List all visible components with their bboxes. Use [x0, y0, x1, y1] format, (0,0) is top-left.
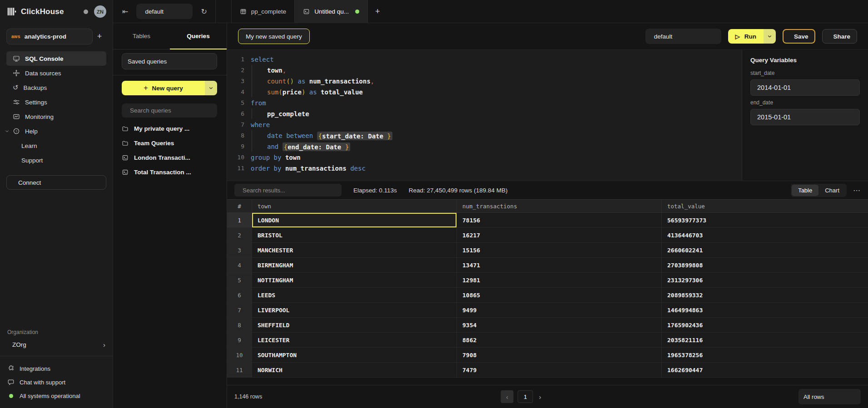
row-index[interactable]: 4: [227, 258, 252, 273]
collapse-sidebar-icon[interactable]: ⇤: [122, 7, 128, 16]
column-header-total-value[interactable]: total_value: [662, 200, 868, 212]
organization-row[interactable]: ZOrg ›: [7, 341, 105, 349]
cell-town[interactable]: LEICESTER: [252, 333, 457, 348]
row-index[interactable]: 6: [227, 288, 252, 303]
cell-town[interactable]: NORWICH: [252, 363, 457, 378]
database-selector-topbar[interactable]: default: [136, 4, 193, 19]
cell-town[interactable]: MANCHESTER: [252, 243, 457, 258]
cell-num-transactions[interactable]: 78156: [457, 213, 662, 228]
cell-town[interactable]: LIVERPOOL: [252, 303, 457, 318]
column-header-town[interactable]: town: [252, 200, 457, 212]
cell-num-transactions[interactable]: 16217: [457, 228, 662, 243]
page-size-selector[interactable]: All rows: [799, 389, 861, 404]
panel-tab-queries[interactable]: Queries: [170, 23, 227, 49]
save-button[interactable]: Save: [783, 29, 816, 44]
new-tab-button[interactable]: +: [375, 7, 380, 16]
row-index[interactable]: 8: [227, 318, 252, 333]
cell-num-transactions[interactable]: 7479: [457, 363, 662, 378]
cell-num-transactions[interactable]: 15156: [457, 243, 662, 258]
saved-query-tab[interactable]: My new saved query: [238, 29, 310, 44]
view-chart-button[interactable]: Chart: [818, 185, 846, 196]
sidebar-item-settings[interactable]: Settings: [6, 95, 106, 109]
database-selector-run[interactable]: default: [645, 29, 721, 44]
saved-query-item[interactable]: Team Queries: [122, 136, 217, 150]
refresh-icon[interactable]: ↻: [201, 7, 207, 16]
share-button[interactable]: Share: [822, 29, 857, 44]
sidebar-item-backups[interactable]: ↺Backups: [6, 80, 106, 95]
current-page[interactable]: 1: [518, 390, 533, 403]
cell-town[interactable]: BRISTOL: [252, 228, 457, 243]
sidebar-item-help[interactable]: ?Help: [6, 124, 106, 138]
sidebar-footer-item-all-systems-operational[interactable]: All systems operational: [7, 389, 105, 403]
help-icon: ?: [13, 128, 20, 135]
cell-total-value[interactable]: 2035821116: [662, 333, 868, 348]
row-index[interactable]: 7: [227, 303, 252, 318]
cell-total-value[interactable]: 1765902436: [662, 318, 868, 333]
new-query-menu-button[interactable]: [205, 81, 217, 95]
cell-town[interactable]: SOUTHAMPTON: [252, 348, 457, 363]
cell-num-transactions[interactable]: 8862: [457, 333, 662, 348]
sidebar-item-sql-console[interactable]: SQL Console: [6, 51, 106, 66]
avatar[interactable]: ZN: [94, 5, 106, 18]
prev-page-button[interactable]: ‹: [501, 390, 514, 403]
cell-town[interactable]: LONDON: [252, 213, 457, 228]
column-header-num-transactions[interactable]: num_transactions: [457, 200, 662, 212]
saved-queries-filter[interactable]: Saved queries: [122, 53, 217, 69]
connect-button[interactable]: Connect: [6, 175, 106, 190]
search-queries-input[interactable]: [130, 107, 213, 114]
add-service-button[interactable]: +: [93, 32, 106, 41]
sql-editor[interactable]: 1select2town,3count() as num_transaction…: [227, 50, 742, 181]
run-options-button[interactable]: [764, 29, 776, 44]
sidebar-item-monitoring[interactable]: Monitoring: [6, 109, 106, 124]
search-results-input[interactable]: [243, 187, 337, 194]
notification-dot: [84, 10, 88, 14]
row-index[interactable]: 1: [227, 213, 252, 228]
variable-input-start-date[interactable]: [750, 79, 860, 96]
cell-total-value[interactable]: 56593977373: [662, 213, 868, 228]
row-index[interactable]: 9: [227, 333, 252, 348]
saved-query-item[interactable]: Total Transaction ...: [122, 165, 217, 179]
cell-num-transactions[interactable]: 9499: [457, 303, 662, 318]
code-line: 8date between {start_date: Date }: [227, 130, 742, 141]
cell-total-value[interactable]: 2089859332: [662, 288, 868, 303]
cell-total-value[interactable]: 1464994863: [662, 303, 868, 318]
row-index[interactable]: 5: [227, 273, 252, 288]
saved-query-item[interactable]: London Transacti...: [122, 150, 217, 165]
sidebar-item-support[interactable]: Support: [6, 153, 106, 167]
row-index[interactable]: 3: [227, 243, 252, 258]
row-index[interactable]: 10: [227, 348, 252, 363]
panel-tab-tables[interactable]: Tables: [113, 23, 170, 49]
cell-total-value[interactable]: 2313297306: [662, 273, 868, 288]
sidebar-footer-item-chat-with-support[interactable]: Chat with support: [7, 375, 105, 389]
cell-num-transactions[interactable]: 10865: [457, 288, 662, 303]
new-query-button[interactable]: + New query: [122, 81, 217, 95]
tab-untitled-qu[interactable]: Untitled qu...: [294, 0, 368, 23]
cell-town[interactable]: LEEDS: [252, 288, 457, 303]
sidebar-item-data-sources[interactable]: Data sources: [6, 66, 106, 80]
tab-pp-complete[interactable]: pp_complete: [231, 0, 294, 23]
view-table-button[interactable]: Table: [792, 185, 818, 196]
cell-total-value[interactable]: 1965378256: [662, 348, 868, 363]
cell-town[interactable]: SHEFFIELD: [252, 318, 457, 333]
workspace-selector[interactable]: aws analytics-prod: [6, 29, 93, 44]
saved-query-item[interactable]: My private query ...: [122, 121, 217, 136]
cell-num-transactions[interactable]: 7908: [457, 348, 662, 363]
column-header-index[interactable]: #: [227, 200, 252, 212]
cell-total-value[interactable]: 4136446703: [662, 228, 868, 243]
cell-town[interactable]: NOTTINGHAM: [252, 273, 457, 288]
more-options-icon[interactable]: ⋯: [853, 186, 861, 195]
next-page-button[interactable]: ›: [537, 393, 543, 401]
cell-num-transactions[interactable]: 13471: [457, 258, 662, 273]
cell-total-value[interactable]: 1662690447: [662, 363, 868, 378]
sidebar-footer-item-integrations[interactable]: Integrations: [7, 362, 105, 375]
row-index[interactable]: 11: [227, 363, 252, 378]
sidebar-item-learn[interactable]: Learn: [6, 138, 106, 153]
cell-total-value[interactable]: 2660602241: [662, 243, 868, 258]
cell-num-transactions[interactable]: 9354: [457, 318, 662, 333]
cell-town[interactable]: BIRMINGHAM: [252, 258, 457, 273]
cell-total-value[interactable]: 2703899808: [662, 258, 868, 273]
run-button[interactable]: ▷ Run: [728, 29, 764, 44]
row-index[interactable]: 2: [227, 228, 252, 243]
variable-input-end-date[interactable]: [750, 109, 860, 125]
cell-num-transactions[interactable]: 12981: [457, 273, 662, 288]
